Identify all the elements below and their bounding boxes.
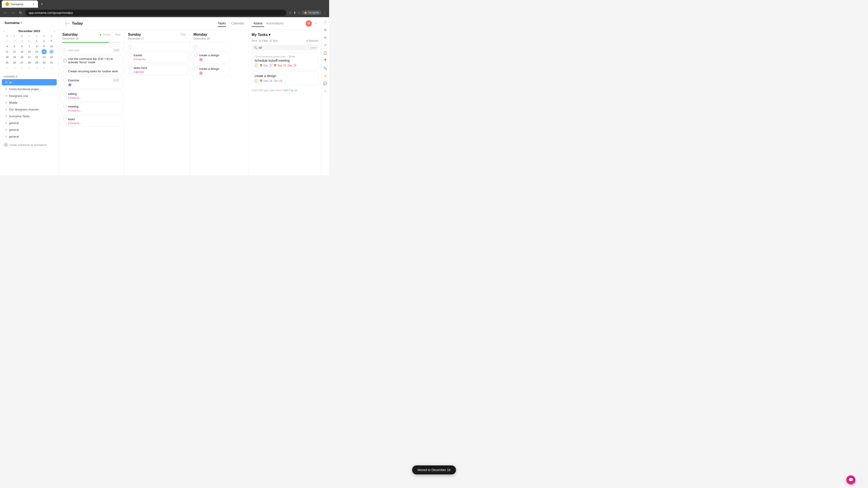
- automations-tab[interactable]: Automations: [264, 20, 285, 27]
- create-design-check[interactable]: [254, 79, 258, 83]
- extension-icon[interactable]: □: [298, 11, 300, 14]
- cal-day-30-nov[interactable]: 30: [27, 38, 32, 43]
- calendar-prev-btn[interactable]: ‹: [4, 29, 5, 33]
- task-check-tasks-here[interactable]: [129, 66, 132, 70]
- task-check-design-1[interactable]: [194, 53, 198, 57]
- cal-day-13[interactable]: 13: [20, 49, 24, 54]
- task-check-travels[interactable]: [129, 53, 132, 57]
- cal-day-28-nov[interactable]: 28: [12, 38, 17, 43]
- active-tab[interactable]: Sunsama ✕: [2, 0, 38, 8]
- download-icon[interactable]: ⬇: [293, 11, 296, 14]
- task-card-tasks[interactable]: tasks # Cross-fu...: [61, 115, 122, 127]
- back-btn[interactable]: ←: [3, 10, 8, 15]
- cal-day-25[interactable]: 25: [4, 60, 9, 65]
- task-card-travels[interactable]: travels # Cross-fu...: [126, 51, 188, 63]
- cal-day-7[interactable]: 7: [27, 44, 32, 49]
- new-tab-btn[interactable]: +: [39, 1, 45, 7]
- cal-day-6-jan[interactable]: 6: [41, 66, 46, 70]
- cal-day-8[interactable]: 8: [34, 44, 39, 49]
- task-card-create-design-1[interactable]: create a design ⚙: [192, 51, 229, 64]
- calendar-next-btn[interactable]: ›: [54, 29, 55, 33]
- sort-btn[interactable]: ⇅ Sort: [270, 39, 278, 42]
- cal-day-28[interactable]: 28: [27, 60, 32, 65]
- sidebar-item-middle[interactable]: # Middle: [2, 99, 57, 106]
- panel-task-schedule-kickoff[interactable]: Cross-functional project plan › To do Sc…: [252, 53, 318, 70]
- cal-day-6[interactable]: 6: [20, 44, 24, 49]
- cal-day-4-jan[interactable]: 4: [27, 66, 32, 70]
- sidebar-item-sunsama-tasks[interactable]: # Sunsama Tasks: [2, 113, 57, 119]
- panel-task-create-design[interactable]: create a design 📅 Dec 18, Dec 18: [252, 72, 318, 85]
- side-icon-search[interactable]: 🔍: [322, 65, 329, 71]
- side-icon-chat[interactable]: 💬: [322, 80, 329, 87]
- kickoff-check[interactable]: [254, 64, 258, 67]
- cal-day-10[interactable]: 10: [49, 44, 54, 49]
- user-avatar[interactable]: M: [306, 20, 312, 27]
- calendar-tab[interactable]: Calendar: [231, 20, 244, 27]
- focus-link[interactable]: Focus: [103, 33, 111, 36]
- task-check-design-2[interactable]: [194, 67, 198, 70]
- reload-btn[interactable]: ↻: [18, 10, 23, 16]
- monday-add-task-btn[interactable]: +: [192, 44, 229, 50]
- tasks-tab[interactable]: Tasks: [218, 20, 226, 27]
- sidebar-item-general-2[interactable]: # general: [2, 127, 57, 133]
- cal-day-17[interactable]: 17: [49, 49, 54, 54]
- task-check-meeting[interactable]: [63, 105, 67, 108]
- filter-btn[interactable]: ⊟ Filter: [259, 39, 268, 42]
- cal-day-3-jan[interactable]: 3: [20, 66, 24, 70]
- cal-day-30[interactable]: 30: [41, 60, 46, 65]
- asana-tab[interactable]: Asana: [252, 20, 264, 27]
- cal-day-16[interactable]: 16: [41, 49, 46, 54]
- task-card-exercise[interactable]: Exercise 0:15 👤: [61, 76, 122, 89]
- side-icon-document[interactable]: 📄: [322, 19, 329, 25]
- task-check-tasks[interactable]: [63, 117, 67, 121]
- task-card-create-design-2[interactable]: create a design ⚙: [192, 65, 229, 77]
- task-check-recurring[interactable]: [63, 69, 67, 73]
- cal-day-1[interactable]: 1: [34, 38, 39, 43]
- task-card-editing[interactable]: editing # Cross-fu...: [61, 90, 122, 101]
- sidebar-item-cross-functional[interactable]: # Cross-functional projec...: [2, 86, 57, 92]
- cal-day-31[interactable]: 31: [49, 60, 54, 65]
- cal-day-29-nov[interactable]: 29: [20, 38, 24, 43]
- bookmark-icon[interactable]: ☆: [289, 11, 291, 14]
- cal-day-27[interactable]: 27: [20, 60, 24, 65]
- cal-day-15[interactable]: 15: [34, 49, 39, 54]
- cal-day-1-jan[interactable]: 1: [4, 66, 9, 70]
- side-icon-mail[interactable]: ✉: [322, 34, 329, 41]
- side-icon-lightning[interactable]: ⚡: [322, 73, 329, 79]
- side-icon-plus[interactable]: +: [322, 88, 329, 94]
- cal-day-5-jan[interactable]: 5: [34, 66, 39, 70]
- sidebar-item-our-designers[interactable]: # Our designers channel: [2, 106, 57, 112]
- cal-day-9[interactable]: 9: [41, 44, 46, 49]
- collapse-sidebar-btn[interactable]: ⟨—: [63, 20, 72, 27]
- cal-day-22[interactable]: 22: [34, 55, 39, 60]
- sunday-plan-link[interactable]: Plan: [181, 33, 186, 36]
- cal-day-29[interactable]: 29: [34, 60, 39, 65]
- task-check-exercise[interactable]: [63, 78, 67, 82]
- plan-link[interactable]: Plan: [115, 33, 121, 36]
- side-icon-location[interactable]: 📍: [322, 57, 329, 64]
- cal-day-11[interactable]: 11: [4, 49, 9, 54]
- panel-search-input[interactable]: [258, 46, 309, 49]
- sidebar-item-all[interactable]: # all: [2, 79, 57, 86]
- task-card-tasks-here[interactable]: tasks here # general: [126, 64, 188, 75]
- app-name-chevron[interactable]: ▾: [21, 21, 22, 24]
- address-input[interactable]: [25, 10, 286, 16]
- add-by-url-link[interactable]: Add it by url: [283, 89, 297, 92]
- cal-day-4[interactable]: 4: [4, 44, 9, 49]
- sidebar-item-general-3[interactable]: # general: [2, 133, 57, 140]
- menu-icon[interactable]: ⋮: [323, 11, 327, 14]
- cal-day-26[interactable]: 26: [12, 60, 17, 65]
- tab-close-btn[interactable]: ✕: [32, 3, 34, 6]
- task-check-editing[interactable]: [63, 92, 67, 96]
- cal-day-5[interactable]: 5: [12, 44, 17, 49]
- panel-expand-btn[interactable]: →: [313, 21, 318, 26]
- today-btn[interactable]: Today: [72, 21, 83, 26]
- side-icon-grid[interactable]: ⊞: [322, 27, 329, 33]
- cal-day-27-nov[interactable]: 27: [4, 38, 9, 43]
- cal-day-2-jan[interactable]: 2: [12, 66, 17, 70]
- all-filter-btn[interactable]: All ▾: [252, 39, 257, 42]
- refresh-btn[interactable]: ↺ Refresh: [306, 39, 318, 42]
- cal-day-7-jan[interactable]: 7: [49, 66, 54, 70]
- cal-day-21[interactable]: 21: [27, 55, 32, 60]
- cal-day-19[interactable]: 19: [12, 55, 17, 60]
